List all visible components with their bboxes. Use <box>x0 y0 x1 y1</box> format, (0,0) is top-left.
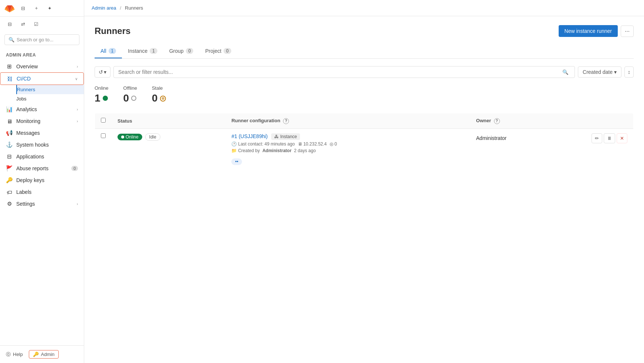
row-checkbox[interactable] <box>101 133 106 138</box>
tab-project-count: 0 <box>224 48 231 54</box>
last-contact-text: Last contact: 49 minutes ago <box>238 141 294 147</box>
sort-dropdown[interactable]: Created date ▾ <box>578 66 621 78</box>
sidebar-item-abuse-reports[interactable]: 🚩 Abuse reports 0 <box>0 162 84 174</box>
sidebar-item-overview[interactable]: ⊞ Overview › <box>0 61 84 72</box>
tab-group[interactable]: Group 0 <box>163 44 200 58</box>
sidebar-item-label: Labels <box>16 189 78 195</box>
runner-type-badge: 🖧 Instance <box>271 133 300 140</box>
page-header: Runners New instance runner ⋯ <box>95 25 634 37</box>
sidebar-nav-mr-btn[interactable]: ⇄ <box>18 19 28 29</box>
pause-runner-button[interactable]: ⏸ <box>604 133 615 143</box>
main-content: Admin area / Runners Runners New instanc… <box>84 0 644 363</box>
sidebar-item-monitoring[interactable]: 🖥 Monitoring › <box>0 115 84 127</box>
folder-icon: 📁 <box>231 148 237 153</box>
sidebar-item-runners[interactable]: Runners <box>16 85 84 94</box>
runner-name-link[interactable]: #1 (USJJE89hi) <box>231 133 268 139</box>
stale-stat: Stale 0 ⚙ <box>152 85 166 104</box>
edit-runner-button[interactable]: ✏ <box>592 133 602 143</box>
sidebar-item-label: Messages <box>16 130 78 136</box>
activity-btn[interactable]: ✦ <box>44 3 55 13</box>
stale-dot-icon: ⚙ <box>160 96 166 102</box>
new-instance-runner-button[interactable]: New instance runner <box>559 25 618 37</box>
chevron-right-icon: › <box>77 202 78 206</box>
sidebar-item-label: Abuse reports <box>16 165 68 171</box>
table-header-owner: Owner ? <box>470 113 634 129</box>
online-dot-small <box>121 136 124 138</box>
sidebar-item-label: Jobs <box>16 96 78 102</box>
chevron-right-icon: › <box>77 119 78 123</box>
help-button[interactable]: ⓪ Help <box>6 351 23 358</box>
tab-instance-label: Instance <box>128 48 147 54</box>
sidebar-item-system-hooks[interactable]: ⚓ System hooks <box>0 139 84 151</box>
sidebar-nav-icons: ⊟ ⇄ ☑ <box>0 17 84 31</box>
sidebar-item-settings[interactable]: ⚙ Settings › <box>0 198 84 210</box>
sidebar-item-label: Monitoring <box>16 118 73 124</box>
runner-config-help-icon[interactable]: ? <box>283 118 289 124</box>
applications-icon: ⊟ <box>6 153 13 160</box>
sidebar-item-label: Overview <box>16 64 73 69</box>
tab-instance[interactable]: Instance 1 <box>122 44 163 58</box>
ip-info: 🖥 10.232.52.4 <box>298 141 327 147</box>
row-owner-cell: Administrator ✏ ⏸ ✕ <box>470 129 634 169</box>
gitlab-logo[interactable] <box>4 3 15 13</box>
breadcrumb-separator: / <box>120 5 121 11</box>
sidebar-item-label: Analytics <box>16 106 73 112</box>
admin-label: Admin <box>41 352 55 357</box>
sidebar-sub-cicd: Runners Jobs <box>0 85 84 103</box>
sort-direction-icon: ↕ <box>628 69 630 75</box>
monitoring-icon: 🖥 <box>6 118 13 124</box>
sidebar-item-analytics[interactable]: 📊 Analytics › <box>0 103 84 115</box>
online-value: 1 <box>95 92 109 104</box>
runner-stats: Online 1 Offline 0 Stale 0 ⚙ <box>95 85 634 104</box>
runners-table: Status Runner configuration ? Owner ? <box>95 113 634 170</box>
stale-value: 0 ⚙ <box>152 92 166 104</box>
sidebar-item-messages[interactable]: 📢 Messages <box>0 127 84 139</box>
sidebar-item-deploy-keys[interactable]: 🔑 Deploy keys <box>0 174 84 186</box>
jobs-info: ◎ 0 <box>330 141 337 147</box>
sort-label: Created date <box>583 69 613 75</box>
table-header-checkbox <box>95 113 112 129</box>
sidebar-item-cicd[interactable]: ⛓ CI/CD ∨ <box>0 72 84 85</box>
select-all-checkbox[interactable] <box>101 118 106 123</box>
sidebar-nav-todo-btn[interactable]: ☑ <box>31 19 41 29</box>
sidebar-item-jobs[interactable]: Jobs <box>16 94 84 103</box>
sidebar-nav-home-btn[interactable]: ⊟ <box>4 19 15 29</box>
sidebar-item-applications[interactable]: ⊟ Applications <box>0 151 84 162</box>
admin-button[interactable]: 🔑 Admin <box>29 350 59 359</box>
analytics-icon: 📊 <box>6 106 13 113</box>
search-icon: 🔍 <box>8 37 14 42</box>
refresh-button[interactable]: ↺ ▾ <box>95 66 110 78</box>
sort-direction-button[interactable]: ↕ <box>624 66 634 78</box>
table-header-status: Status <box>112 113 225 129</box>
runner-more-button[interactable]: •• <box>231 158 242 165</box>
messages-icon: 📢 <box>6 130 13 136</box>
new-item-btn[interactable]: ＋ <box>31 3 41 13</box>
sidebar-item-label: Settings <box>16 201 73 207</box>
runner-name-row: #1 (USJJE89hi) 🖧 Instance <box>231 133 464 140</box>
tab-group-label: Group <box>169 48 184 54</box>
breadcrumb-parent[interactable]: Admin area <box>92 5 116 11</box>
sidebar-toggle-btn[interactable]: ⊟ <box>18 3 28 13</box>
owner-help-icon[interactable]: ? <box>494 118 500 124</box>
runner-meta: 🕐 Last contact: 49 minutes ago 🖥 10.232.… <box>231 141 464 147</box>
tab-all[interactable]: All 1 <box>95 44 122 58</box>
search-bar[interactable]: 🔍 Search or go to... <box>4 34 79 45</box>
table-body: Online Idle #1 (USJJE89hi) 🖧 Instance <box>95 129 634 169</box>
search-filter-input[interactable] <box>118 69 559 75</box>
ip-text: 10.232.52.4 <box>303 141 327 147</box>
deploy-keys-icon: 🔑 <box>6 177 13 184</box>
sidebar-item-labels[interactable]: 🏷 Labels <box>0 186 84 198</box>
page-title: Runners <box>95 26 130 36</box>
sidebar-section-title: Admin area <box>0 48 84 59</box>
row-action-buttons: ✏ ⏸ ✕ <box>592 133 627 143</box>
tab-project[interactable]: Project 0 <box>199 44 237 58</box>
search-submit-button[interactable]: 🔍 <box>561 69 570 75</box>
status-badge-idle: Idle <box>145 133 160 141</box>
sidebar-nav: ⊞ Overview › ⛓ CI/CD ∨ Runners Jobs 📊 An… <box>0 59 84 345</box>
created-date: 2 days ago <box>294 148 316 153</box>
abuse-reports-badge: 0 <box>71 166 78 171</box>
more-options-button[interactable]: ⋯ <box>621 25 634 37</box>
admin-key-icon: 🔑 <box>33 352 39 357</box>
online-label: Online <box>95 85 109 91</box>
delete-runner-button[interactable]: ✕ <box>617 133 627 143</box>
